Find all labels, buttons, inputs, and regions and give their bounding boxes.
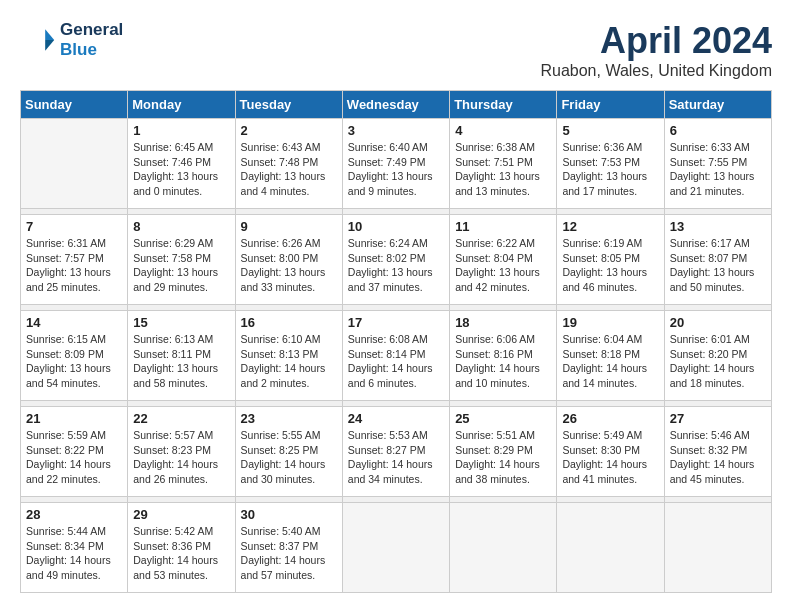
- calendar-cell: 30Sunrise: 5:40 AMSunset: 8:37 PMDayligh…: [235, 503, 342, 593]
- calendar-table: SundayMondayTuesdayWednesdayThursdayFrid…: [20, 90, 772, 593]
- calendar-cell: [342, 503, 449, 593]
- calendar-cell: [21, 119, 128, 209]
- day-number: 23: [241, 411, 337, 426]
- day-info: Sunrise: 6:13 AMSunset: 8:11 PMDaylight:…: [133, 332, 229, 391]
- day-number: 28: [26, 507, 122, 522]
- header-monday: Monday: [128, 91, 235, 119]
- day-info: Sunrise: 6:15 AMSunset: 8:09 PMDaylight:…: [26, 332, 122, 391]
- header-friday: Friday: [557, 91, 664, 119]
- calendar-cell: 7Sunrise: 6:31 AMSunset: 7:57 PMDaylight…: [21, 215, 128, 305]
- day-info: Sunrise: 6:24 AMSunset: 8:02 PMDaylight:…: [348, 236, 444, 295]
- day-info: Sunrise: 6:06 AMSunset: 8:16 PMDaylight:…: [455, 332, 551, 391]
- day-info: Sunrise: 5:55 AMSunset: 8:25 PMDaylight:…: [241, 428, 337, 487]
- calendar-cell: 17Sunrise: 6:08 AMSunset: 8:14 PMDayligh…: [342, 311, 449, 401]
- day-info: Sunrise: 6:08 AMSunset: 8:14 PMDaylight:…: [348, 332, 444, 391]
- day-number: 5: [562, 123, 658, 138]
- day-info: Sunrise: 6:40 AMSunset: 7:49 PMDaylight:…: [348, 140, 444, 199]
- calendar-cell: 13Sunrise: 6:17 AMSunset: 8:07 PMDayligh…: [664, 215, 771, 305]
- calendar-cell: 28Sunrise: 5:44 AMSunset: 8:34 PMDayligh…: [21, 503, 128, 593]
- calendar-cell: [557, 503, 664, 593]
- header-sunday: Sunday: [21, 91, 128, 119]
- calendar-cell: 23Sunrise: 5:55 AMSunset: 8:25 PMDayligh…: [235, 407, 342, 497]
- day-info: Sunrise: 6:33 AMSunset: 7:55 PMDaylight:…: [670, 140, 766, 199]
- day-info: Sunrise: 6:19 AMSunset: 8:05 PMDaylight:…: [562, 236, 658, 295]
- day-number: 7: [26, 219, 122, 234]
- day-info: Sunrise: 6:38 AMSunset: 7:51 PMDaylight:…: [455, 140, 551, 199]
- day-number: 9: [241, 219, 337, 234]
- calendar-cell: 12Sunrise: 6:19 AMSunset: 8:05 PMDayligh…: [557, 215, 664, 305]
- day-number: 27: [670, 411, 766, 426]
- calendar-cell: [664, 503, 771, 593]
- day-number: 25: [455, 411, 551, 426]
- location: Ruabon, Wales, United Kingdom: [540, 62, 772, 80]
- calendar-cell: 15Sunrise: 6:13 AMSunset: 8:11 PMDayligh…: [128, 311, 235, 401]
- calendar-cell: 21Sunrise: 5:59 AMSunset: 8:22 PMDayligh…: [21, 407, 128, 497]
- day-number: 24: [348, 411, 444, 426]
- day-number: 3: [348, 123, 444, 138]
- calendar-cell: 4Sunrise: 6:38 AMSunset: 7:51 PMDaylight…: [450, 119, 557, 209]
- page-header: General Blue April 2024 Ruabon, Wales, U…: [20, 20, 772, 80]
- day-number: 20: [670, 315, 766, 330]
- header-saturday: Saturday: [664, 91, 771, 119]
- day-info: Sunrise: 5:53 AMSunset: 8:27 PMDaylight:…: [348, 428, 444, 487]
- day-info: Sunrise: 6:01 AMSunset: 8:20 PMDaylight:…: [670, 332, 766, 391]
- title-section: April 2024 Ruabon, Wales, United Kingdom: [540, 20, 772, 80]
- day-info: Sunrise: 5:42 AMSunset: 8:36 PMDaylight:…: [133, 524, 229, 583]
- calendar-week-2: 7Sunrise: 6:31 AMSunset: 7:57 PMDaylight…: [21, 215, 772, 305]
- calendar-week-5: 28Sunrise: 5:44 AMSunset: 8:34 PMDayligh…: [21, 503, 772, 593]
- day-number: 15: [133, 315, 229, 330]
- day-number: 17: [348, 315, 444, 330]
- calendar-cell: 18Sunrise: 6:06 AMSunset: 8:16 PMDayligh…: [450, 311, 557, 401]
- logo: General Blue: [20, 20, 123, 60]
- calendar-cell: [450, 503, 557, 593]
- day-number: 30: [241, 507, 337, 522]
- calendar-cell: 9Sunrise: 6:26 AMSunset: 8:00 PMDaylight…: [235, 215, 342, 305]
- day-info: Sunrise: 6:36 AMSunset: 7:53 PMDaylight:…: [562, 140, 658, 199]
- calendar-cell: 22Sunrise: 5:57 AMSunset: 8:23 PMDayligh…: [128, 407, 235, 497]
- calendar-cell: 20Sunrise: 6:01 AMSunset: 8:20 PMDayligh…: [664, 311, 771, 401]
- day-number: 12: [562, 219, 658, 234]
- day-number: 6: [670, 123, 766, 138]
- calendar-cell: 25Sunrise: 5:51 AMSunset: 8:29 PMDayligh…: [450, 407, 557, 497]
- calendar-week-3: 14Sunrise: 6:15 AMSunset: 8:09 PMDayligh…: [21, 311, 772, 401]
- calendar-cell: 27Sunrise: 5:46 AMSunset: 8:32 PMDayligh…: [664, 407, 771, 497]
- header-wednesday: Wednesday: [342, 91, 449, 119]
- calendar-cell: 11Sunrise: 6:22 AMSunset: 8:04 PMDayligh…: [450, 215, 557, 305]
- day-info: Sunrise: 6:10 AMSunset: 8:13 PMDaylight:…: [241, 332, 337, 391]
- header-tuesday: Tuesday: [235, 91, 342, 119]
- day-number: 1: [133, 123, 229, 138]
- calendar-cell: 14Sunrise: 6:15 AMSunset: 8:09 PMDayligh…: [21, 311, 128, 401]
- header-thursday: Thursday: [450, 91, 557, 119]
- calendar-cell: 16Sunrise: 6:10 AMSunset: 8:13 PMDayligh…: [235, 311, 342, 401]
- day-info: Sunrise: 5:59 AMSunset: 8:22 PMDaylight:…: [26, 428, 122, 487]
- day-info: Sunrise: 6:45 AMSunset: 7:46 PMDaylight:…: [133, 140, 229, 199]
- svg-marker-1: [45, 40, 54, 51]
- calendar-cell: 3Sunrise: 6:40 AMSunset: 7:49 PMDaylight…: [342, 119, 449, 209]
- day-info: Sunrise: 6:31 AMSunset: 7:57 PMDaylight:…: [26, 236, 122, 295]
- calendar-cell: 19Sunrise: 6:04 AMSunset: 8:18 PMDayligh…: [557, 311, 664, 401]
- day-number: 19: [562, 315, 658, 330]
- calendar-cell: 10Sunrise: 6:24 AMSunset: 8:02 PMDayligh…: [342, 215, 449, 305]
- day-info: Sunrise: 5:44 AMSunset: 8:34 PMDaylight:…: [26, 524, 122, 583]
- calendar-cell: 1Sunrise: 6:45 AMSunset: 7:46 PMDaylight…: [128, 119, 235, 209]
- logo-icon: [20, 22, 56, 58]
- day-number: 29: [133, 507, 229, 522]
- day-number: 26: [562, 411, 658, 426]
- day-info: Sunrise: 5:57 AMSunset: 8:23 PMDaylight:…: [133, 428, 229, 487]
- calendar-cell: 6Sunrise: 6:33 AMSunset: 7:55 PMDaylight…: [664, 119, 771, 209]
- day-info: Sunrise: 5:49 AMSunset: 8:30 PMDaylight:…: [562, 428, 658, 487]
- calendar-cell: 8Sunrise: 6:29 AMSunset: 7:58 PMDaylight…: [128, 215, 235, 305]
- day-number: 14: [26, 315, 122, 330]
- day-info: Sunrise: 5:46 AMSunset: 8:32 PMDaylight:…: [670, 428, 766, 487]
- day-number: 2: [241, 123, 337, 138]
- day-number: 18: [455, 315, 551, 330]
- calendar-header-row: SundayMondayTuesdayWednesdayThursdayFrid…: [21, 91, 772, 119]
- day-info: Sunrise: 5:51 AMSunset: 8:29 PMDaylight:…: [455, 428, 551, 487]
- svg-marker-0: [45, 29, 54, 40]
- logo-text: General Blue: [60, 20, 123, 60]
- day-info: Sunrise: 5:40 AMSunset: 8:37 PMDaylight:…: [241, 524, 337, 583]
- day-info: Sunrise: 6:04 AMSunset: 8:18 PMDaylight:…: [562, 332, 658, 391]
- day-info: Sunrise: 6:22 AMSunset: 8:04 PMDaylight:…: [455, 236, 551, 295]
- calendar-cell: 29Sunrise: 5:42 AMSunset: 8:36 PMDayligh…: [128, 503, 235, 593]
- day-number: 22: [133, 411, 229, 426]
